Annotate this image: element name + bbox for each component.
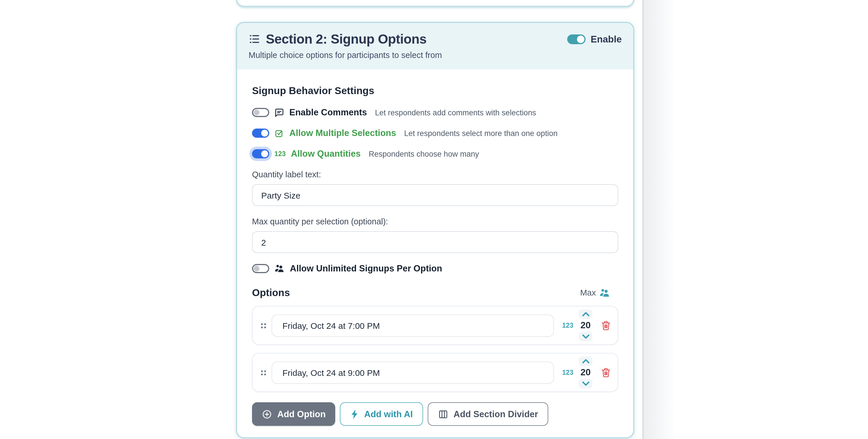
comment-icon bbox=[274, 107, 284, 117]
form-builder-panel: Section 2: Signup Options Enable Multipl… bbox=[0, 0, 868, 439]
add-with-ai-button[interactable]: Add with AI bbox=[340, 402, 423, 426]
drag-handle-icon[interactable] bbox=[260, 321, 267, 330]
numbers-123-icon-teal: 123 bbox=[562, 322, 574, 329]
max-quantity-stepper: 20 bbox=[579, 309, 592, 341]
lightning-bolt-icon bbox=[350, 409, 359, 419]
enable-comments-row: Enable Comments Let respondents add comm… bbox=[252, 106, 618, 119]
stepper-up-button[interactable] bbox=[579, 356, 592, 366]
quantity-label-input[interactable] bbox=[252, 184, 618, 206]
add-section-divider-label: Add Section Divider bbox=[454, 409, 538, 419]
section-header: Section 2: Signup Options Enable Multipl… bbox=[237, 23, 633, 69]
allow-quantities-row: 123 Allow Quantities Respondents choose … bbox=[252, 148, 618, 160]
option-row: 123 20 bbox=[252, 306, 618, 345]
quantity-label-text-label: Quantity label text: bbox=[252, 169, 618, 180]
section-2-card: Section 2: Signup Options Enable Multipl… bbox=[236, 22, 634, 438]
options-actions: Add Option Add with AI bbox=[252, 402, 618, 426]
behavior-settings-heading: Signup Behavior Settings bbox=[252, 84, 618, 97]
unlimited-signups-row: Allow Unlimited Signups Per Option bbox=[252, 262, 618, 275]
allow-multiple-label: Allow Multiple Selections bbox=[289, 128, 396, 138]
allow-quantities-description: Respondents choose how many bbox=[369, 150, 479, 158]
allow-multiple-row: Allow Multiple Selections Let respondent… bbox=[252, 127, 618, 139]
numbers-123-icon: 123 bbox=[274, 150, 286, 157]
enable-comments-label: Enable Comments bbox=[289, 107, 367, 118]
option-row: 123 20 bbox=[252, 353, 618, 392]
enable-comments-toggle[interactable] bbox=[252, 108, 269, 117]
allow-multiple-toggle[interactable] bbox=[252, 129, 269, 138]
add-option-label: Add Option bbox=[277, 409, 326, 419]
add-with-ai-label: Add with AI bbox=[364, 409, 413, 419]
max-quantity-stepper: 20 bbox=[579, 356, 592, 388]
section-enable-toggle[interactable] bbox=[567, 34, 586, 44]
section-title: Section 2: Signup Options bbox=[266, 30, 427, 48]
section-content: Signup Behavior Settings Enable Comments… bbox=[237, 69, 633, 426]
max-quantity-value: 20 bbox=[580, 320, 591, 331]
max-quantity-label: Max quantity per selection (optional): bbox=[252, 216, 618, 227]
allow-multiple-description: Let respondents select more than one opt… bbox=[404, 129, 557, 137]
unlimited-signups-label: Allow Unlimited Signups Per Option bbox=[290, 263, 442, 274]
allow-quantities-label: Allow Quantities bbox=[291, 149, 361, 159]
enable-comments-description: Let respondents add comments with select… bbox=[375, 108, 536, 117]
delete-option-button[interactable] bbox=[601, 367, 611, 378]
max-quantity-value: 20 bbox=[580, 367, 591, 378]
list-icon bbox=[249, 33, 260, 45]
people-icon-teal bbox=[599, 287, 610, 298]
numbers-123-icon-teal: 123 bbox=[562, 369, 574, 376]
section-enable-label: Enable bbox=[591, 34, 622, 44]
max-quantity-input[interactable] bbox=[252, 231, 618, 253]
add-option-button[interactable]: Add Option bbox=[252, 402, 336, 426]
option-text-input[interactable] bbox=[272, 314, 554, 337]
options-header: Options Max bbox=[252, 286, 618, 299]
drag-handle-icon[interactable] bbox=[260, 368, 267, 377]
plus-circle-icon bbox=[262, 409, 272, 419]
columns-icon bbox=[438, 409, 448, 419]
max-column-label: Max bbox=[580, 288, 596, 297]
stepper-down-button[interactable] bbox=[579, 379, 592, 388]
options-heading: Options bbox=[252, 286, 290, 299]
stepper-up-button[interactable] bbox=[579, 309, 592, 319]
people-icon bbox=[274, 263, 285, 274]
section-subtitle: Multiple choice options for participants… bbox=[249, 50, 622, 61]
delete-option-button[interactable] bbox=[601, 320, 611, 331]
option-text-input[interactable] bbox=[272, 361, 554, 384]
checkbox-check-icon bbox=[274, 128, 284, 138]
unlimited-signups-toggle[interactable] bbox=[252, 264, 269, 273]
allow-quantities-toggle[interactable] bbox=[252, 149, 269, 158]
panel-divider-shadow bbox=[644, 0, 676, 439]
stepper-down-button[interactable] bbox=[579, 332, 592, 341]
previous-section-card bbox=[236, 0, 634, 7]
add-section-divider-button[interactable]: Add Section Divider bbox=[428, 402, 549, 426]
